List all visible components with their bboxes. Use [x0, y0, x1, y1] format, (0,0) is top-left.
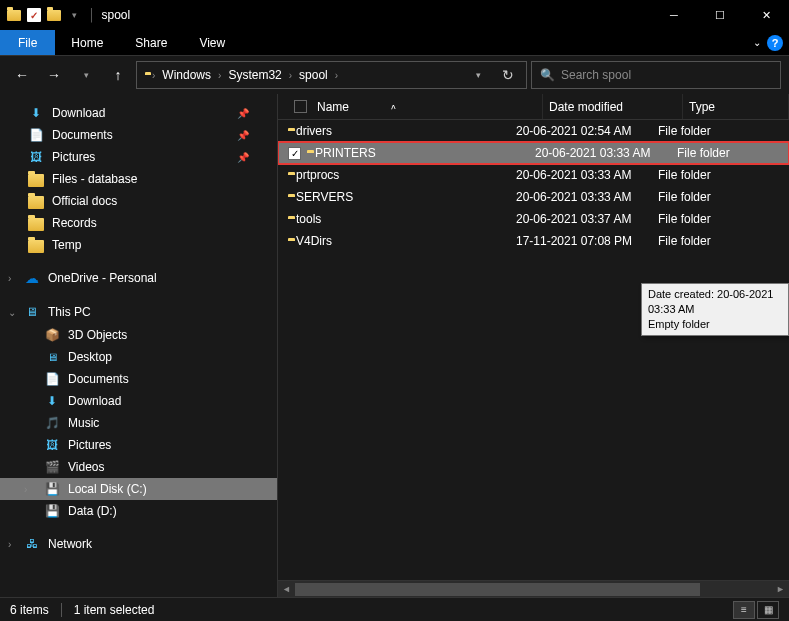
file-date: 17-11-2021 07:08 PM [516, 234, 658, 248]
minimize-button[interactable]: ─ [651, 0, 697, 30]
maximize-button[interactable]: ☐ [697, 0, 743, 30]
file-name: tools [296, 212, 516, 226]
3d-icon [44, 327, 60, 343]
title-bar: ▾ │ spool ─ ☐ ✕ [0, 0, 789, 30]
address-dropdown-button[interactable]: ▾ [464, 61, 492, 89]
view-details-button[interactable]: ≡ [733, 601, 755, 619]
file-type: File folder [658, 234, 711, 248]
pic-icon [44, 437, 60, 453]
breadcrumb-spool[interactable]: spool [295, 62, 332, 88]
collapse-icon[interactable]: ⌄ [8, 307, 16, 318]
network-icon [24, 536, 40, 552]
nav-thispc-item[interactable]: Pictures [0, 434, 277, 456]
file-row[interactable]: PRINTERS 20-06-2021 03:33 AM File folder [278, 142, 789, 164]
search-input[interactable] [561, 68, 772, 82]
chevron-right-icon[interactable]: › [288, 70, 293, 81]
properties-icon[interactable] [26, 7, 42, 23]
refresh-button[interactable]: ↻ [494, 61, 522, 89]
nav-thispc-item[interactable]: Music [0, 412, 277, 434]
desktop-icon [44, 349, 60, 365]
address-bar[interactable]: › Windows › System32 › spool › ▾ ↻ [136, 61, 527, 89]
column-label: Date modified [549, 100, 623, 114]
folder-icon [28, 174, 44, 187]
nav-thispc-item[interactable]: 3D Objects [0, 324, 277, 346]
nav-label: Temp [52, 238, 81, 252]
window-title: spool [102, 8, 131, 22]
nav-quick-item[interactable]: Documents 📌 [0, 124, 277, 146]
nav-thispc-item[interactable]: › Local Disk (C:) [0, 478, 277, 500]
expand-icon[interactable]: › [8, 539, 11, 550]
ribbon-tab-share[interactable]: Share [119, 30, 183, 55]
help-icon[interactable]: ? [767, 35, 783, 51]
folder-icon[interactable] [6, 7, 22, 23]
back-button[interactable]: ← [8, 61, 36, 89]
file-row[interactable]: prtprocs 20-06-2021 03:33 AM File folder [278, 164, 789, 186]
content-pane: Name ʌ Date modified Type drivers 20-06-… [278, 94, 789, 597]
close-button[interactable]: ✕ [743, 0, 789, 30]
nav-onedrive[interactable]: › OneDrive - Personal [0, 266, 277, 290]
breadcrumb-windows[interactable]: Windows [158, 62, 215, 88]
pin-icon: 📌 [237, 152, 249, 163]
music-icon [44, 415, 60, 431]
chevron-right-icon[interactable]: › [217, 70, 222, 81]
nav-quick-item[interactable]: Temp [0, 234, 277, 256]
nav-quick-item[interactable]: Files - database [0, 168, 277, 190]
chevron-right-icon[interactable]: › [334, 70, 339, 81]
status-selection-count: 1 item selected [74, 603, 155, 617]
scroll-thumb[interactable] [295, 583, 700, 596]
nav-thispc-item[interactable]: Videos [0, 456, 277, 478]
nav-label: Data (D:) [68, 504, 117, 518]
nav-this-pc[interactable]: ⌄ This PC [0, 300, 277, 324]
file-type: File folder [658, 168, 711, 182]
file-row[interactable]: SERVERS 20-06-2021 03:33 AM File folder [278, 186, 789, 208]
file-list[interactable]: drivers 20-06-2021 02:54 AM File folder … [278, 120, 789, 580]
nav-thispc-item[interactable]: Documents [0, 368, 277, 390]
row-checkbox[interactable] [288, 147, 301, 160]
select-all-checkbox[interactable] [294, 100, 307, 113]
horizontal-scrollbar[interactable]: ◄ ► [278, 580, 789, 597]
navigation-pane[interactable]: Download 📌 Documents 📌 Pictures 📌 Files … [0, 94, 278, 597]
expand-icon[interactable]: › [24, 484, 27, 495]
column-date[interactable]: Date modified [543, 94, 683, 119]
scroll-right-button[interactable]: ► [772, 581, 789, 597]
pic-icon [28, 149, 44, 165]
nav-thispc-item[interactable]: Data (D:) [0, 500, 277, 522]
file-name: PRINTERS [315, 146, 535, 160]
file-name: drivers [296, 124, 516, 138]
ribbon-tab-view[interactable]: View [183, 30, 241, 55]
nav-label: Documents [52, 128, 113, 142]
file-type: File folder [658, 124, 711, 138]
nav-label: Local Disk (C:) [68, 482, 147, 496]
nav-quick-item[interactable]: Records [0, 212, 277, 234]
scroll-track[interactable] [295, 581, 772, 597]
column-type[interactable]: Type [683, 94, 789, 119]
ribbon-file-tab[interactable]: File [0, 30, 55, 55]
search-box[interactable]: 🔍 [531, 61, 781, 89]
ribbon-tab-home[interactable]: Home [55, 30, 119, 55]
recent-locations-button[interactable]: ▾ [72, 61, 100, 89]
file-row[interactable]: tools 20-06-2021 03:37 AM File folder [278, 208, 789, 230]
nav-network[interactable]: › Network [0, 532, 277, 556]
nav-quick-item[interactable]: Official docs [0, 190, 277, 212]
nav-thispc-item[interactable]: Desktop [0, 346, 277, 368]
file-row[interactable]: drivers 20-06-2021 02:54 AM File folder [278, 120, 789, 142]
overflow-icon[interactable]: ▾ [66, 7, 82, 23]
column-name[interactable]: Name ʌ [288, 94, 543, 119]
ribbon-collapse-icon[interactable]: ⌄ [753, 37, 761, 48]
breadcrumb-system32[interactable]: System32 [224, 62, 285, 88]
tooltip: Date created: 20-06-2021 03:33 AM Empty … [641, 283, 789, 336]
nav-quick-item[interactable]: Pictures 📌 [0, 146, 277, 168]
doc-icon [44, 371, 60, 387]
folder-icon[interactable] [46, 7, 62, 23]
nav-quick-item[interactable]: Download 📌 [0, 102, 277, 124]
up-button[interactable]: ↑ [104, 61, 132, 89]
nav-thispc-item[interactable]: Download [0, 390, 277, 412]
chevron-right-icon[interactable]: › [151, 70, 156, 81]
view-thumbnails-button[interactable]: ▦ [757, 601, 779, 619]
status-item-count: 6 items [10, 603, 49, 617]
forward-button[interactable]: → [40, 61, 68, 89]
column-label: Name [317, 100, 349, 114]
file-row[interactable]: V4Dirs 17-11-2021 07:08 PM File folder [278, 230, 789, 252]
expand-icon[interactable]: › [8, 273, 11, 284]
scroll-left-button[interactable]: ◄ [278, 581, 295, 597]
